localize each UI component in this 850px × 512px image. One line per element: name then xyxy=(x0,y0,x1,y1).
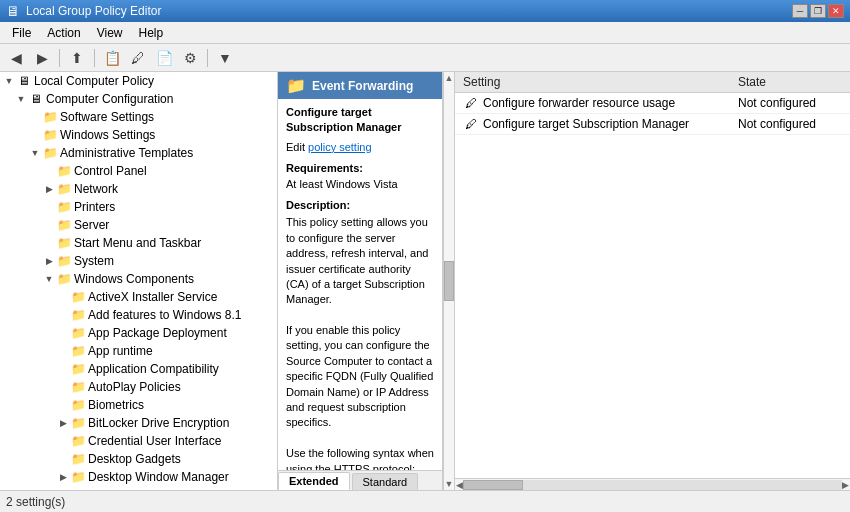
tree-device-driver[interactable]: 📁 Device and Driver Compatibility xyxy=(0,486,277,490)
desktop-gadgets-icon: 📁 xyxy=(70,451,86,467)
settings-empty-area xyxy=(455,135,850,478)
col-setting[interactable]: Setting xyxy=(455,72,730,93)
admin-templates-label: Administrative Templates xyxy=(60,146,193,160)
properties-button[interactable]: 🖊 xyxy=(126,47,150,69)
app-icon: 🖥 xyxy=(6,3,20,19)
tree-server[interactable]: 📁 Server xyxy=(0,216,277,234)
tree-windows-settings[interactable]: 📁 Windows Settings xyxy=(0,126,277,144)
forward-button[interactable]: ▶ xyxy=(30,47,54,69)
menu-help[interactable]: Help xyxy=(131,24,172,42)
back-button[interactable]: ◀ xyxy=(4,47,28,69)
app-runtime-icon: 📁 xyxy=(70,343,86,359)
printers-label: Printers xyxy=(74,200,115,214)
tree-autoplay[interactable]: 📁 AutoPlay Policies xyxy=(0,378,277,396)
system-icon: 📁 xyxy=(56,253,72,269)
tree-desktop-gadgets[interactable]: 📁 Desktop Gadgets xyxy=(0,450,277,468)
restore-button[interactable]: ❐ xyxy=(810,4,826,18)
windows-settings-label: Windows Settings xyxy=(60,128,155,142)
biometrics-label: Biometrics xyxy=(88,398,144,412)
scroll-left[interactable]: ◀ xyxy=(456,480,463,490)
desc-header: 📁 Event Forwarding xyxy=(278,72,442,99)
software-settings-label: Software Settings xyxy=(60,110,154,124)
control-panel-label: Control Panel xyxy=(74,164,147,178)
menu-view[interactable]: View xyxy=(89,24,131,42)
desc-scrollbar[interactable]: ▲ ▼ xyxy=(443,72,455,490)
col-state[interactable]: State xyxy=(730,72,850,93)
toolbar-separator-2 xyxy=(94,49,95,67)
up-button[interactable]: ⬆ xyxy=(65,47,89,69)
app-compat-icon: 📁 xyxy=(70,361,86,377)
settings-button[interactable]: ⚙ xyxy=(178,47,202,69)
setting-name-1: Configure forwarder resource usage xyxy=(483,96,675,110)
credential-ui-icon: 📁 xyxy=(70,433,86,449)
tree-app-compat[interactable]: 📁 Application Compatibility xyxy=(0,360,277,378)
desc-scroll-down[interactable]: ▼ xyxy=(445,479,454,489)
menu-file[interactable]: File xyxy=(4,24,39,42)
root-expander: ▼ xyxy=(2,74,16,88)
desktop-gadgets-label: Desktop Gadgets xyxy=(88,452,181,466)
tree-admin-templates[interactable]: ▼ 📁 Administrative Templates xyxy=(0,144,277,162)
hscroll-thumb[interactable] xyxy=(463,480,523,490)
computer-config-icon: 🖥 xyxy=(28,91,44,107)
tree-software-settings[interactable]: 📁 Software Settings xyxy=(0,108,277,126)
tree-computer-config[interactable]: ▼ 🖥 Computer Configuration xyxy=(0,90,277,108)
toolbar-separator-1 xyxy=(59,49,60,67)
tree-activex[interactable]: 📁 ActiveX Installer Service xyxy=(0,288,277,306)
app-package-icon: 📁 xyxy=(70,325,86,341)
close-button[interactable]: ✕ xyxy=(828,4,844,18)
device-driver-label: Device and Driver Compatibility xyxy=(88,488,255,490)
tree-network[interactable]: ▶ 📁 Network xyxy=(0,180,277,198)
toolbar: ◀ ▶ ⬆ 📋 🖊 📄 ⚙ ▼ xyxy=(0,44,850,72)
windows-components-expander: ▼ xyxy=(42,272,56,286)
autoplay-label: AutoPlay Policies xyxy=(88,380,181,394)
new-button[interactable]: 📄 xyxy=(152,47,176,69)
desc-body: Configure target Subscription Manager Ed… xyxy=(278,99,442,470)
tree-bitlocker[interactable]: ▶ 📁 BitLocker Drive Encryption xyxy=(0,414,277,432)
activex-expander xyxy=(56,290,70,304)
windows-components-icon: 📁 xyxy=(56,271,72,287)
setting-icon-2: 🖊 xyxy=(463,116,479,132)
table-row[interactable]: 🖊 Configure forwarder resource usage Not… xyxy=(455,93,850,114)
system-label: System xyxy=(74,254,114,268)
menu-action[interactable]: Action xyxy=(39,24,88,42)
tab-standard[interactable]: Standard xyxy=(352,473,419,490)
description-pane: 📁 Event Forwarding Configure target Subs… xyxy=(278,72,443,490)
tree-start-menu[interactable]: 📁 Start Menu and Taskbar xyxy=(0,234,277,252)
network-icon: 📁 xyxy=(56,181,72,197)
status-text: 2 setting(s) xyxy=(6,495,65,509)
desktop-window-expander: ▶ xyxy=(56,470,70,484)
settings-hscrollbar[interactable]: ◀ ▶ xyxy=(455,478,850,490)
tree-biometrics[interactable]: 📁 Biometrics xyxy=(0,396,277,414)
tab-extended[interactable]: Extended xyxy=(278,472,350,490)
toolbar-separator-3 xyxy=(207,49,208,67)
desc-header-title: Event Forwarding xyxy=(312,79,413,93)
minimize-button[interactable]: ─ xyxy=(792,4,808,18)
tree-app-package[interactable]: 📁 App Package Deployment xyxy=(0,324,277,342)
desc-edit-link: Edit policy setting xyxy=(286,140,434,155)
windows-components-label: Windows Components xyxy=(74,272,194,286)
show-hide-button[interactable]: 📋 xyxy=(100,47,124,69)
tree-printers[interactable]: 📁 Printers xyxy=(0,198,277,216)
control-panel-icon: 📁 xyxy=(56,163,72,179)
scroll-right[interactable]: ▶ xyxy=(842,480,849,490)
start-menu-label: Start Menu and Taskbar xyxy=(74,236,201,250)
state-cell-1: Not configured xyxy=(730,93,850,114)
tree-control-panel[interactable]: 📁 Control Panel xyxy=(0,162,277,180)
root-icon: 🖥 xyxy=(16,73,32,89)
settings-table: Setting State 🖊 Configure forwarder reso… xyxy=(455,72,850,135)
tree-credential-ui[interactable]: 📁 Credential User Interface xyxy=(0,432,277,450)
table-row[interactable]: 🖊 Configure target Subscription Manager … xyxy=(455,114,850,135)
tree-system[interactable]: ▶ 📁 System xyxy=(0,252,277,270)
tree-root[interactable]: ▼ 🖥 Local Computer Policy xyxy=(0,72,277,90)
desc-scroll-thumb[interactable] xyxy=(444,261,454,301)
desc-requirements-label: Requirements: xyxy=(286,161,434,176)
tree-windows-components[interactable]: ▼ 📁 Windows Components xyxy=(0,270,277,288)
desc-description-label: Description: xyxy=(286,198,434,213)
admin-templates-icon: 📁 xyxy=(42,145,58,161)
filter-button[interactable]: ▼ xyxy=(213,47,237,69)
tree-add-features[interactable]: 📁 Add features to Windows 8.1 xyxy=(0,306,277,324)
desc-scroll-up[interactable]: ▲ xyxy=(445,73,454,83)
desc-policy-setting-link[interactable]: policy setting xyxy=(308,141,372,153)
tree-desktop-window[interactable]: ▶ 📁 Desktop Window Manager xyxy=(0,468,277,486)
tree-app-runtime[interactable]: 📁 App runtime xyxy=(0,342,277,360)
